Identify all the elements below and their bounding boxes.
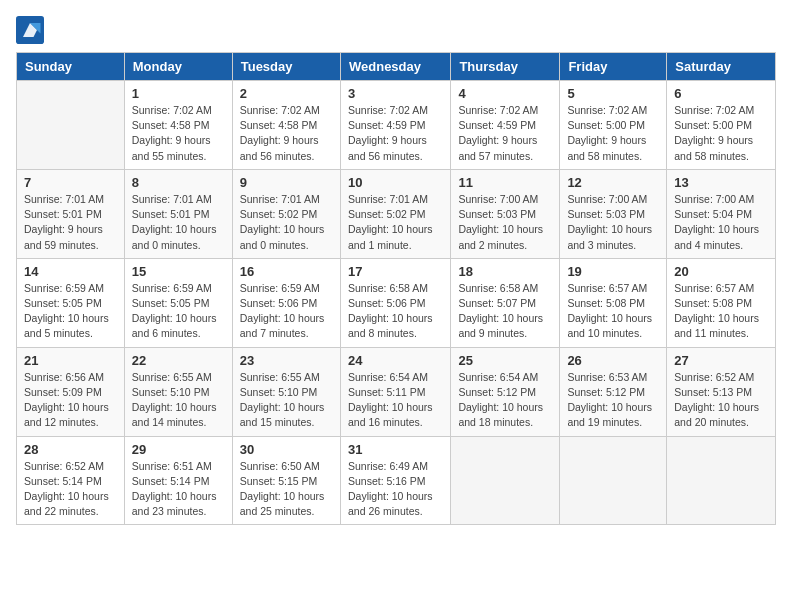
- page-header: [16, 16, 776, 44]
- day-cell: 4Sunrise: 7:02 AM Sunset: 4:59 PM Daylig…: [451, 81, 560, 170]
- day-cell: 16Sunrise: 6:59 AM Sunset: 5:06 PM Dayli…: [232, 258, 340, 347]
- day-info: Sunrise: 7:00 AM Sunset: 5:04 PM Dayligh…: [674, 192, 768, 253]
- day-info: Sunrise: 6:54 AM Sunset: 5:11 PM Dayligh…: [348, 370, 443, 431]
- day-info: Sunrise: 6:54 AM Sunset: 5:12 PM Dayligh…: [458, 370, 552, 431]
- day-info: Sunrise: 6:58 AM Sunset: 5:06 PM Dayligh…: [348, 281, 443, 342]
- day-cell: 27Sunrise: 6:52 AM Sunset: 5:13 PM Dayli…: [667, 347, 776, 436]
- day-info: Sunrise: 6:57 AM Sunset: 5:08 PM Dayligh…: [674, 281, 768, 342]
- day-cell: 28Sunrise: 6:52 AM Sunset: 5:14 PM Dayli…: [17, 436, 125, 525]
- day-number: 21: [24, 353, 117, 368]
- week-row-2: 7Sunrise: 7:01 AM Sunset: 5:01 PM Daylig…: [17, 169, 776, 258]
- col-header-thursday: Thursday: [451, 53, 560, 81]
- day-number: 20: [674, 264, 768, 279]
- day-info: Sunrise: 7:01 AM Sunset: 5:02 PM Dayligh…: [348, 192, 443, 253]
- day-info: Sunrise: 6:57 AM Sunset: 5:08 PM Dayligh…: [567, 281, 659, 342]
- day-info: Sunrise: 6:52 AM Sunset: 5:13 PM Dayligh…: [674, 370, 768, 431]
- day-info: Sunrise: 6:53 AM Sunset: 5:12 PM Dayligh…: [567, 370, 659, 431]
- week-row-1: 1Sunrise: 7:02 AM Sunset: 4:58 PM Daylig…: [17, 81, 776, 170]
- day-cell: 18Sunrise: 6:58 AM Sunset: 5:07 PM Dayli…: [451, 258, 560, 347]
- day-cell: 2Sunrise: 7:02 AM Sunset: 4:58 PM Daylig…: [232, 81, 340, 170]
- day-cell: 23Sunrise: 6:55 AM Sunset: 5:10 PM Dayli…: [232, 347, 340, 436]
- day-number: 29: [132, 442, 225, 457]
- day-number: 14: [24, 264, 117, 279]
- day-number: 2: [240, 86, 333, 101]
- day-number: 9: [240, 175, 333, 190]
- day-number: 16: [240, 264, 333, 279]
- day-cell: 3Sunrise: 7:02 AM Sunset: 4:59 PM Daylig…: [340, 81, 450, 170]
- day-info: Sunrise: 6:51 AM Sunset: 5:14 PM Dayligh…: [132, 459, 225, 520]
- day-number: 17: [348, 264, 443, 279]
- day-cell: 10Sunrise: 7:01 AM Sunset: 5:02 PM Dayli…: [340, 169, 450, 258]
- day-number: 15: [132, 264, 225, 279]
- day-number: 5: [567, 86, 659, 101]
- day-info: Sunrise: 7:02 AM Sunset: 4:59 PM Dayligh…: [458, 103, 552, 164]
- week-row-5: 28Sunrise: 6:52 AM Sunset: 5:14 PM Dayli…: [17, 436, 776, 525]
- day-number: 24: [348, 353, 443, 368]
- logo: [16, 16, 48, 44]
- day-number: 7: [24, 175, 117, 190]
- week-row-3: 14Sunrise: 6:59 AM Sunset: 5:05 PM Dayli…: [17, 258, 776, 347]
- day-number: 10: [348, 175, 443, 190]
- day-number: 6: [674, 86, 768, 101]
- day-cell: 29Sunrise: 6:51 AM Sunset: 5:14 PM Dayli…: [124, 436, 232, 525]
- day-info: Sunrise: 7:02 AM Sunset: 5:00 PM Dayligh…: [567, 103, 659, 164]
- day-cell: 22Sunrise: 6:55 AM Sunset: 5:10 PM Dayli…: [124, 347, 232, 436]
- day-info: Sunrise: 7:00 AM Sunset: 5:03 PM Dayligh…: [567, 192, 659, 253]
- day-cell: 30Sunrise: 6:50 AM Sunset: 5:15 PM Dayli…: [232, 436, 340, 525]
- header-row: SundayMondayTuesdayWednesdayThursdayFrid…: [17, 53, 776, 81]
- day-info: Sunrise: 7:01 AM Sunset: 5:02 PM Dayligh…: [240, 192, 333, 253]
- day-cell: 14Sunrise: 6:59 AM Sunset: 5:05 PM Dayli…: [17, 258, 125, 347]
- col-header-sunday: Sunday: [17, 53, 125, 81]
- day-number: 25: [458, 353, 552, 368]
- day-number: 13: [674, 175, 768, 190]
- col-header-saturday: Saturday: [667, 53, 776, 81]
- day-info: Sunrise: 6:49 AM Sunset: 5:16 PM Dayligh…: [348, 459, 443, 520]
- day-info: Sunrise: 6:58 AM Sunset: 5:07 PM Dayligh…: [458, 281, 552, 342]
- day-cell: [451, 436, 560, 525]
- day-cell: 19Sunrise: 6:57 AM Sunset: 5:08 PM Dayli…: [560, 258, 667, 347]
- day-cell: 20Sunrise: 6:57 AM Sunset: 5:08 PM Dayli…: [667, 258, 776, 347]
- day-cell: 31Sunrise: 6:49 AM Sunset: 5:16 PM Dayli…: [340, 436, 450, 525]
- day-info: Sunrise: 6:56 AM Sunset: 5:09 PM Dayligh…: [24, 370, 117, 431]
- calendar-table: SundayMondayTuesdayWednesdayThursdayFrid…: [16, 52, 776, 525]
- day-cell: 24Sunrise: 6:54 AM Sunset: 5:11 PM Dayli…: [340, 347, 450, 436]
- day-number: 18: [458, 264, 552, 279]
- day-cell: 15Sunrise: 6:59 AM Sunset: 5:05 PM Dayli…: [124, 258, 232, 347]
- logo-icon: [16, 16, 44, 44]
- day-number: 27: [674, 353, 768, 368]
- day-number: 3: [348, 86, 443, 101]
- day-info: Sunrise: 6:55 AM Sunset: 5:10 PM Dayligh…: [132, 370, 225, 431]
- day-info: Sunrise: 7:02 AM Sunset: 5:00 PM Dayligh…: [674, 103, 768, 164]
- day-number: 19: [567, 264, 659, 279]
- day-number: 22: [132, 353, 225, 368]
- day-number: 4: [458, 86, 552, 101]
- day-cell: 7Sunrise: 7:01 AM Sunset: 5:01 PM Daylig…: [17, 169, 125, 258]
- day-number: 11: [458, 175, 552, 190]
- day-cell: 21Sunrise: 6:56 AM Sunset: 5:09 PM Dayli…: [17, 347, 125, 436]
- col-header-tuesday: Tuesday: [232, 53, 340, 81]
- day-cell: [17, 81, 125, 170]
- week-row-4: 21Sunrise: 6:56 AM Sunset: 5:09 PM Dayli…: [17, 347, 776, 436]
- day-info: Sunrise: 6:59 AM Sunset: 5:06 PM Dayligh…: [240, 281, 333, 342]
- day-info: Sunrise: 7:02 AM Sunset: 4:58 PM Dayligh…: [132, 103, 225, 164]
- day-info: Sunrise: 6:50 AM Sunset: 5:15 PM Dayligh…: [240, 459, 333, 520]
- day-number: 12: [567, 175, 659, 190]
- day-cell: [667, 436, 776, 525]
- day-cell: 11Sunrise: 7:00 AM Sunset: 5:03 PM Dayli…: [451, 169, 560, 258]
- day-info: Sunrise: 6:59 AM Sunset: 5:05 PM Dayligh…: [24, 281, 117, 342]
- day-cell: 26Sunrise: 6:53 AM Sunset: 5:12 PM Dayli…: [560, 347, 667, 436]
- day-number: 1: [132, 86, 225, 101]
- day-cell: 13Sunrise: 7:00 AM Sunset: 5:04 PM Dayli…: [667, 169, 776, 258]
- col-header-friday: Friday: [560, 53, 667, 81]
- day-number: 8: [132, 175, 225, 190]
- day-info: Sunrise: 7:02 AM Sunset: 4:59 PM Dayligh…: [348, 103, 443, 164]
- day-cell: 25Sunrise: 6:54 AM Sunset: 5:12 PM Dayli…: [451, 347, 560, 436]
- day-number: 28: [24, 442, 117, 457]
- day-number: 26: [567, 353, 659, 368]
- day-cell: 1Sunrise: 7:02 AM Sunset: 4:58 PM Daylig…: [124, 81, 232, 170]
- day-info: Sunrise: 6:52 AM Sunset: 5:14 PM Dayligh…: [24, 459, 117, 520]
- col-header-monday: Monday: [124, 53, 232, 81]
- day-number: 30: [240, 442, 333, 457]
- day-cell: 9Sunrise: 7:01 AM Sunset: 5:02 PM Daylig…: [232, 169, 340, 258]
- day-cell: [560, 436, 667, 525]
